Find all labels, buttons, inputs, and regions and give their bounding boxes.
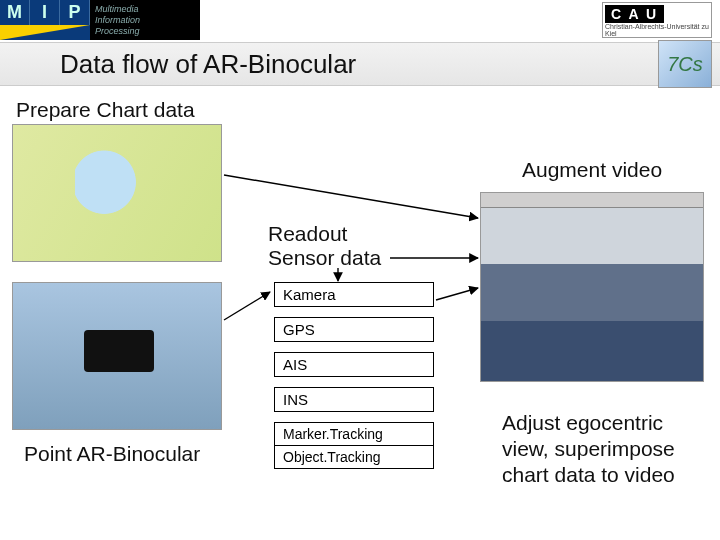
mip-letter: I (30, 0, 60, 25)
anniversary-badge: 7Cs (658, 40, 712, 88)
mip-letter: M (0, 0, 30, 25)
sensor-object-tracking: Object.Tracking (275, 445, 433, 468)
label-readout-sensor-data: Readout Sensor data (268, 222, 381, 270)
mip-logo: M I P Multimedia Information Processing (0, 0, 200, 40)
sensor-ais: AIS (274, 352, 434, 377)
svg-line-0 (224, 175, 478, 218)
label-prepare-chart-data: Prepare Chart data (16, 98, 195, 122)
label-point-ar-binocular: Point AR-Binocular (24, 442, 200, 466)
cau-full: Christian-Albrechts-Universität zu Kiel (605, 23, 709, 37)
augmented-video-image (480, 192, 704, 382)
chart-map-image (12, 124, 222, 262)
label-adjust-egocentric: Adjust egocentric view, superimpose char… (502, 410, 712, 488)
mip-letter: P (60, 0, 90, 25)
cau-abbrev: C A U (605, 5, 664, 23)
sensor-tracking-group: Marker.Tracking Object.Tracking (274, 422, 434, 469)
label-augment-video: Augment video (522, 158, 662, 182)
header-bar: M I P Multimedia Information Processing … (0, 0, 720, 40)
sensor-stack: Kamera GPS AIS INS Marker.Tracking Objec… (274, 282, 434, 479)
slide-title: Data flow of AR-Binocular (60, 49, 356, 80)
sensor-kamera: Kamera (274, 282, 434, 307)
sensor-marker-tracking: Marker.Tracking (275, 423, 433, 445)
title-bar: Data flow of AR-Binocular (0, 42, 720, 86)
cau-logo: C A U Christian-Albrechts-Universität zu… (602, 2, 712, 38)
camera-photo-image (12, 282, 222, 430)
svg-line-4 (436, 288, 478, 300)
sensor-ins: INS (274, 387, 434, 412)
sensor-gps: GPS (274, 317, 434, 342)
mip-full-name: Multimedia Information Processing (95, 4, 140, 37)
svg-line-3 (224, 292, 270, 320)
